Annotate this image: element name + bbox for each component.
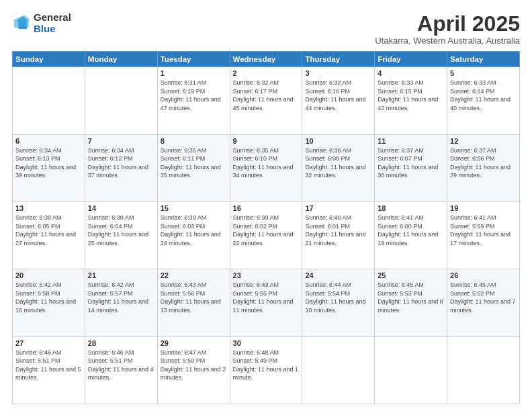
day-number: 29 <box>161 339 227 347</box>
calendar-cell: 24Sunrise: 6:44 AMSunset: 5:54 PMDayligh… <box>302 269 375 336</box>
day-info: Sunrise: 6:46 AMSunset: 5:51 PMDaylight:… <box>88 349 154 382</box>
day-info: Sunrise: 6:37 AMSunset: 6:06 PMDaylight:… <box>450 146 517 180</box>
day-number: 12 <box>450 137 517 145</box>
logo-general: General <box>34 12 71 24</box>
day-info: Sunrise: 6:35 AMSunset: 6:10 PMDaylight:… <box>233 146 300 180</box>
page: General Blue April 2025 Utakarra, Wester… <box>0 0 532 411</box>
day-info: Sunrise: 6:43 AMSunset: 5:55 PMDaylight:… <box>233 281 300 314</box>
day-info: Sunrise: 6:34 AMSunset: 6:12 PMDaylight:… <box>88 146 154 180</box>
day-number: 25 <box>378 271 444 279</box>
logo-blue: Blue <box>34 24 71 35</box>
day-number: 23 <box>233 271 300 279</box>
day-info: Sunrise: 6:39 AMSunset: 6:03 PMDaylight:… <box>161 214 227 247</box>
header: General Blue April 2025 Utakarra, Wester… <box>12 12 520 46</box>
day-number: 22 <box>161 271 227 279</box>
day-number: 2 <box>233 69 300 77</box>
calendar-cell: 10Sunrise: 6:36 AMSunset: 6:08 PMDayligh… <box>302 134 375 201</box>
day-number: 5 <box>450 69 517 77</box>
day-number: 6 <box>15 137 82 145</box>
calendar-cell: 7Sunrise: 6:34 AMSunset: 6:12 PMDaylight… <box>85 134 157 201</box>
day-number: 9 <box>233 137 300 145</box>
calendar-header-row: SundayMondayTuesdayWednesdayThursdayFrid… <box>13 52 520 67</box>
calendar-cell: 6Sunrise: 6:34 AMSunset: 6:13 PMDaylight… <box>13 134 85 201</box>
calendar-cell: 25Sunrise: 6:45 AMSunset: 5:53 PMDayligh… <box>375 269 447 336</box>
calendar-cell: 26Sunrise: 6:45 AMSunset: 5:52 PMDayligh… <box>447 269 520 336</box>
logo: General Blue <box>12 12 71 34</box>
calendar-cell: 13Sunrise: 6:38 AMSunset: 6:05 PMDayligh… <box>13 201 85 269</box>
calendar-cell: 29Sunrise: 6:47 AMSunset: 5:50 PMDayligh… <box>157 336 230 404</box>
header-day-monday: Monday <box>85 52 157 67</box>
day-info: Sunrise: 6:36 AMSunset: 6:08 PMDaylight:… <box>305 146 371 180</box>
day-info: Sunrise: 6:48 AMSunset: 5:49 PMDaylight:… <box>233 349 300 382</box>
day-info: Sunrise: 6:43 AMSunset: 5:56 PMDaylight:… <box>161 281 227 314</box>
calendar-week-3: 13Sunrise: 6:38 AMSunset: 6:05 PMDayligh… <box>13 201 520 269</box>
day-info: Sunrise: 6:38 AMSunset: 6:05 PMDaylight:… <box>15 214 82 247</box>
day-number: 13 <box>15 204 82 212</box>
header-day-sunday: Sunday <box>13 52 85 67</box>
day-number: 11 <box>378 137 444 145</box>
calendar-cell: 2Sunrise: 6:32 AMSunset: 6:17 PMDaylight… <box>230 67 302 134</box>
header-day-wednesday: Wednesday <box>230 52 302 67</box>
day-number: 15 <box>161 204 227 212</box>
calendar-cell: 9Sunrise: 6:35 AMSunset: 6:10 PMDaylight… <box>230 134 302 201</box>
day-info: Sunrise: 6:33 AMSunset: 6:15 PMDaylight:… <box>378 79 444 112</box>
day-number: 21 <box>88 271 154 279</box>
calendar-cell: 22Sunrise: 6:43 AMSunset: 5:56 PMDayligh… <box>157 269 230 336</box>
calendar-cell: 11Sunrise: 6:37 AMSunset: 6:07 PMDayligh… <box>375 134 447 201</box>
day-number: 1 <box>161 69 227 77</box>
header-day-thursday: Thursday <box>302 52 375 67</box>
day-info: Sunrise: 6:44 AMSunset: 5:54 PMDaylight:… <box>305 281 371 314</box>
day-number: 24 <box>305 271 371 279</box>
day-info: Sunrise: 6:42 AMSunset: 5:58 PMDaylight:… <box>15 281 82 314</box>
day-info: Sunrise: 6:40 AMSunset: 6:01 PMDaylight:… <box>305 214 371 247</box>
day-info: Sunrise: 6:37 AMSunset: 6:07 PMDaylight:… <box>378 146 444 180</box>
day-number: 8 <box>161 137 227 145</box>
title-month: April 2025 <box>375 12 520 36</box>
calendar-cell: 8Sunrise: 6:35 AMSunset: 6:11 PMDaylight… <box>157 134 230 201</box>
calendar-cell <box>85 67 157 134</box>
calendar-cell: 19Sunrise: 6:41 AMSunset: 5:59 PMDayligh… <box>447 201 520 269</box>
day-number: 30 <box>233 339 300 347</box>
day-info: Sunrise: 6:33 AMSunset: 6:14 PMDaylight:… <box>450 79 517 112</box>
day-number: 26 <box>450 271 517 279</box>
day-number: 10 <box>305 137 371 145</box>
calendar-cell: 1Sunrise: 6:31 AMSunset: 6:19 PMDaylight… <box>157 67 230 134</box>
calendar-cell: 16Sunrise: 6:39 AMSunset: 6:02 PMDayligh… <box>230 201 302 269</box>
calendar-cell: 17Sunrise: 6:40 AMSunset: 6:01 PMDayligh… <box>302 201 375 269</box>
day-info: Sunrise: 6:45 AMSunset: 5:52 PMDaylight:… <box>450 281 517 314</box>
day-info: Sunrise: 6:32 AMSunset: 6:16 PMDaylight:… <box>305 79 371 112</box>
day-info: Sunrise: 6:39 AMSunset: 6:02 PMDaylight:… <box>233 214 300 247</box>
day-number: 7 <box>88 137 154 145</box>
day-number: 16 <box>233 204 300 212</box>
header-day-friday: Friday <box>375 52 447 67</box>
calendar-week-5: 27Sunrise: 6:46 AMSunset: 5:51 PMDayligh… <box>13 336 520 404</box>
header-day-tuesday: Tuesday <box>157 52 230 67</box>
calendar-table: SundayMondayTuesdayWednesdayThursdayFrid… <box>12 51 520 404</box>
day-info: Sunrise: 6:45 AMSunset: 5:53 PMDaylight:… <box>378 281 444 314</box>
calendar-cell: 21Sunrise: 6:42 AMSunset: 5:57 PMDayligh… <box>85 269 157 336</box>
calendar-cell <box>302 336 375 404</box>
day-number: 27 <box>15 339 82 347</box>
day-info: Sunrise: 6:32 AMSunset: 6:17 PMDaylight:… <box>233 79 300 112</box>
calendar-cell: 3Sunrise: 6:32 AMSunset: 6:16 PMDaylight… <box>302 67 375 134</box>
calendar-cell: 18Sunrise: 6:41 AMSunset: 6:00 PMDayligh… <box>375 201 447 269</box>
logo-text: General Blue <box>34 12 71 34</box>
calendar-cell: 20Sunrise: 6:42 AMSunset: 5:58 PMDayligh… <box>13 269 85 336</box>
header-day-saturday: Saturday <box>447 52 520 67</box>
calendar-cell: 12Sunrise: 6:37 AMSunset: 6:06 PMDayligh… <box>447 134 520 201</box>
calendar-cell: 14Sunrise: 6:38 AMSunset: 6:04 PMDayligh… <box>85 201 157 269</box>
calendar-cell: 27Sunrise: 6:46 AMSunset: 5:51 PMDayligh… <box>13 336 85 404</box>
calendar-cell: 30Sunrise: 6:48 AMSunset: 5:49 PMDayligh… <box>230 336 302 404</box>
day-number: 17 <box>305 204 371 212</box>
calendar-week-4: 20Sunrise: 6:42 AMSunset: 5:58 PMDayligh… <box>13 269 520 336</box>
day-number: 19 <box>450 204 517 212</box>
day-info: Sunrise: 6:31 AMSunset: 6:19 PMDaylight:… <box>161 79 227 112</box>
day-number: 20 <box>15 271 82 279</box>
day-number: 3 <box>305 69 371 77</box>
calendar-week-1: 1Sunrise: 6:31 AMSunset: 6:19 PMDaylight… <box>13 67 520 134</box>
svg-marker-1 <box>12 15 31 28</box>
title-location: Utakarra, Western Australia, Australia <box>375 36 520 46</box>
calendar-cell: 23Sunrise: 6:43 AMSunset: 5:55 PMDayligh… <box>230 269 302 336</box>
day-info: Sunrise: 6:47 AMSunset: 5:50 PMDaylight:… <box>161 349 227 382</box>
calendar-cell <box>13 67 85 134</box>
